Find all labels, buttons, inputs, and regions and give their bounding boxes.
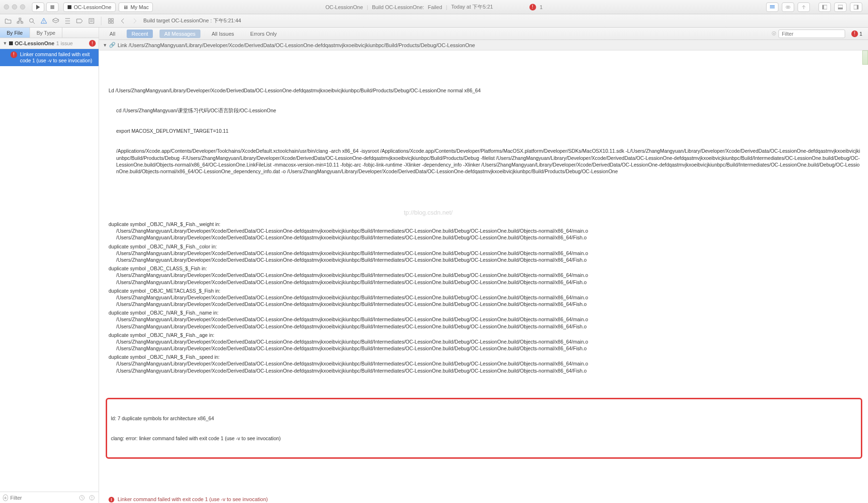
stop-button[interactable] bbox=[46, 2, 59, 12]
zoom-dot[interactable] bbox=[20, 4, 25, 10]
svg-rect-17 bbox=[109, 21, 110, 23]
log-line: duplicate symbol _OBJC_METACLASS_$_Fish … bbox=[109, 287, 862, 294]
svg-rect-18 bbox=[111, 21, 113, 23]
log-line: /Users/ZhangMangyuan/Library/Developer/X… bbox=[109, 256, 862, 263]
log-line: /Users/ZhangMangyuan/Library/Developer/X… bbox=[109, 345, 862, 352]
filter-all-issues[interactable]: All Issues bbox=[207, 30, 239, 38]
editor-standard-button[interactable] bbox=[766, 2, 778, 12]
log-line: export MACOSX_DEPLOYMENT_TARGET=10.11 bbox=[109, 128, 862, 134]
nav-back-icon[interactable] bbox=[118, 16, 128, 26]
toggle-left-panel[interactable] bbox=[818, 2, 831, 12]
scheme-selector[interactable]: OC-LessionOne 🖥My Mac bbox=[63, 2, 153, 12]
log-line: /Users/ZhangMangyuan/Library/Developer/X… bbox=[109, 227, 862, 234]
tab-by-file[interactable]: By File bbox=[0, 28, 30, 38]
watermark-text: tp://blog.csdn.net/ bbox=[404, 208, 453, 217]
link-step-row[interactable]: ▼ 🔗 Link /Users/ZhangMangyuan/Library/De… bbox=[99, 40, 868, 50]
scroll-indicator bbox=[862, 50, 868, 65]
sidebar-filter-bar: + bbox=[0, 492, 99, 503]
log-line: /Users/ZhangMangyuan/Library/Developer/X… bbox=[109, 323, 862, 330]
titlebar: OC-LessionOne 🖥My Mac OC-LessionOne | Bu… bbox=[0, 0, 868, 14]
svg-rect-0 bbox=[50, 5, 54, 9]
app-icon bbox=[68, 5, 71, 9]
svg-rect-10 bbox=[17, 22, 19, 23]
sidebar-filter-input[interactable] bbox=[10, 495, 76, 501]
toggle-right-panel[interactable] bbox=[850, 2, 862, 12]
clock-icon[interactable] bbox=[79, 493, 86, 503]
log-line: /Users/ZhangMangyuan/Library/Developer/X… bbox=[109, 301, 862, 307]
filter-all-messages[interactable]: All Messages bbox=[160, 30, 200, 38]
summary-linker-error[interactable]: ! Linker command failed with exit code 1… bbox=[109, 495, 862, 503]
toggle-bottom-panel[interactable] bbox=[834, 2, 847, 12]
disclosure-triangle-icon[interactable]: ▼ bbox=[103, 43, 107, 48]
status-action: Build OC-LessionOne: bbox=[372, 4, 424, 10]
log-filter-bar: All Recent All Messages All Issues Error… bbox=[99, 28, 868, 40]
editor-assistant-button[interactable] bbox=[782, 2, 794, 12]
filter-icon: ⦾ bbox=[772, 30, 776, 37]
log-line: /Users/ZhangMangyuan/Library/Developer/X… bbox=[109, 279, 862, 286]
log-line: duplicate symbol _OBJC_IVAR_$_Fish._name… bbox=[109, 309, 862, 316]
issue-count: 1 issue bbox=[56, 40, 73, 46]
link-icon: 🔗 bbox=[109, 42, 116, 48]
scheme-name: OC-LessionOne bbox=[74, 4, 111, 10]
log-line: /Users/ZhangMangyuan/Library/Developer/X… bbox=[109, 234, 862, 241]
log-error-count: 1 bbox=[859, 31, 862, 37]
log-line: /Applications/Xcode.app/Contents/Develop… bbox=[109, 148, 862, 175]
add-filter-icon[interactable]: + bbox=[3, 494, 8, 501]
issue-project-row[interactable]: ▼ OC-LessionOne 1 issue ! bbox=[0, 38, 99, 49]
tests-icon[interactable] bbox=[50, 16, 61, 26]
svg-rect-4 bbox=[822, 5, 824, 9]
activity-status: OC-LessionOne | Build OC-LessionOne: Fai… bbox=[325, 3, 542, 10]
breadcrumb[interactable]: Build target OC-LessionOne : 下午5:21:44 bbox=[143, 17, 241, 24]
svg-rect-16 bbox=[111, 19, 113, 20]
run-button[interactable] bbox=[32, 2, 44, 12]
editor-version-button[interactable] bbox=[798, 2, 810, 12]
status-result: Failed bbox=[428, 4, 442, 10]
log-line: duplicate symbol _OBJC_IVAR_$_Fish._age … bbox=[109, 332, 862, 338]
svg-rect-14 bbox=[89, 19, 94, 23]
log-line: duplicate symbol _OBJC_CLASS_$_Fish in: bbox=[109, 265, 862, 272]
project-icon bbox=[9, 41, 13, 45]
warning-icon[interactable] bbox=[39, 16, 49, 26]
svg-rect-6 bbox=[838, 7, 843, 9]
filter-errors-only[interactable]: Errors Only bbox=[246, 30, 282, 38]
svg-rect-8 bbox=[857, 5, 858, 9]
nav-forward-icon[interactable] bbox=[130, 16, 140, 26]
error-icon: ! bbox=[109, 497, 114, 503]
issue-navigator: By File By Type ▼ OC-LessionOne 1 issue … bbox=[0, 28, 99, 503]
issue-text: Linker command failed with exit code 1 (… bbox=[20, 51, 95, 64]
error-count-badge[interactable]: ! bbox=[529, 4, 536, 10]
close-dot[interactable] bbox=[4, 4, 9, 10]
error-filter-icon[interactable] bbox=[88, 493, 96, 503]
hierarchy-icon[interactable] bbox=[15, 16, 25, 26]
disclosure-triangle-icon[interactable]: ▼ bbox=[3, 41, 7, 46]
filter-all[interactable]: All bbox=[105, 30, 120, 38]
log-line: cd /Users/ZhangMangyuan/课堂练习代码/OC语言阶段/OC… bbox=[109, 107, 862, 114]
log-filter-input[interactable] bbox=[778, 30, 845, 38]
issue-row[interactable]: ! Linker command failed with exit code 1… bbox=[0, 49, 99, 66]
log-line: Ld /Users/ZhangMangyuan/Library/Develope… bbox=[109, 87, 862, 94]
related-items-icon[interactable] bbox=[106, 16, 116, 26]
search-icon[interactable] bbox=[27, 16, 37, 26]
log-error-badge-icon[interactable]: ! bbox=[851, 30, 858, 37]
log-text[interactable]: Ld /Users/ZhangMangyuan/Library/Develope… bbox=[99, 50, 868, 503]
svg-rect-9 bbox=[19, 18, 21, 20]
mac-icon: 🖥 bbox=[123, 4, 128, 10]
filter-recent[interactable]: Recent bbox=[127, 30, 153, 38]
debug-icon[interactable] bbox=[62, 16, 73, 26]
minimize-dot[interactable] bbox=[12, 4, 17, 10]
svg-point-21 bbox=[91, 499, 92, 499]
project-name: OC-LessionOne bbox=[15, 40, 54, 46]
folder-icon[interactable] bbox=[3, 16, 13, 26]
log-line: duplicate symbol _OBJC_IVAR_$_Fish._weig… bbox=[109, 221, 862, 227]
error-count: 1 bbox=[539, 4, 542, 10]
boxed-error-2: clang: error: linker command failed with… bbox=[111, 435, 857, 442]
tab-by-type[interactable]: By Type bbox=[30, 28, 63, 38]
svg-rect-11 bbox=[21, 22, 23, 23]
svg-point-2 bbox=[788, 6, 790, 8]
report-icon[interactable] bbox=[86, 16, 97, 26]
breakpoint-icon[interactable] bbox=[74, 16, 85, 26]
log-line: /Users/ZhangMangyuan/Library/Developer/X… bbox=[109, 367, 862, 374]
status-time: Today at 下午5:21 bbox=[451, 3, 493, 10]
log-line: /Users/ZhangMangyuan/Library/Developer/X… bbox=[109, 316, 862, 323]
window-controls bbox=[4, 4, 25, 10]
